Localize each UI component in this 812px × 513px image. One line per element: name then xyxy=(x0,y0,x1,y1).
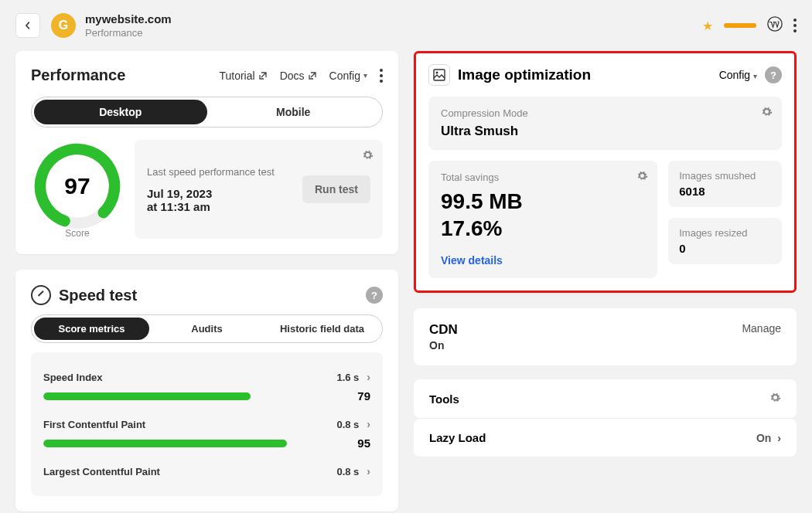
last-test-date: Jul 19, 2023 xyxy=(147,187,275,200)
performance-title: Performance xyxy=(31,66,125,84)
tab-desktop[interactable]: Desktop xyxy=(34,100,207,124)
images-resized-value: 0 xyxy=(679,242,771,255)
gear-icon[interactable] xyxy=(362,149,374,164)
card-more-icon[interactable] xyxy=(380,69,383,83)
metric-row[interactable]: Speed Index 1.6 s› 79 xyxy=(43,363,370,410)
image-icon xyxy=(428,64,450,86)
tutorial-link[interactable]: Tutorial xyxy=(219,70,267,82)
metric-row[interactable]: Largest Contentful Paint 0.8 s› xyxy=(43,457,370,485)
lazy-load-row[interactable]: Lazy Load On › xyxy=(414,418,797,457)
tab-audits[interactable]: Audits xyxy=(149,318,264,340)
site-name: mywebsite.com xyxy=(85,12,172,25)
site-avatar: G xyxy=(51,13,76,38)
chevron-right-icon: › xyxy=(777,432,781,444)
metric-name: First Contentful Paint xyxy=(43,419,145,430)
breadcrumb: Performance xyxy=(85,27,172,39)
tab-history[interactable]: Historic field data xyxy=(264,318,380,340)
chevron-right-icon: › xyxy=(367,465,370,477)
metric-row[interactable]: First Contentful Paint 0.8 s› 95 xyxy=(43,410,370,457)
back-button[interactable] xyxy=(15,13,40,38)
images-smushed-value: 6018 xyxy=(679,185,771,198)
speedometer-icon xyxy=(31,285,51,305)
savings-pct: 17.6% xyxy=(441,215,645,242)
help-icon[interactable]: ? xyxy=(366,287,383,304)
metric-name: Speed Index xyxy=(43,372,103,383)
score-gauge: 97 xyxy=(31,140,124,233)
config-dropdown[interactable]: Config ▾ xyxy=(329,70,367,82)
cdn-status: On xyxy=(429,339,458,352)
docs-link[interactable]: Docs xyxy=(280,70,317,82)
tools-title: Tools xyxy=(429,392,459,406)
metric-score: 95 xyxy=(357,437,370,450)
savings-label: Total savings xyxy=(441,172,645,183)
chevron-down-icon: ▾ xyxy=(363,71,367,80)
chevron-right-icon: › xyxy=(367,418,370,430)
lazy-load-value: On xyxy=(756,432,771,444)
svg-point-0 xyxy=(768,17,782,31)
metric-time: 1.6 s xyxy=(336,372,359,383)
image-optimization-title: Image optimization xyxy=(458,66,591,83)
svg-point-4 xyxy=(436,72,438,74)
images-resized-box: Images resized 0 xyxy=(668,218,782,264)
cdn-title: CDN xyxy=(429,322,458,338)
savings-mb: 99.5 MB xyxy=(441,188,645,215)
compression-mode-box: Compression Mode Ultra Smush xyxy=(428,97,782,150)
chevron-down-icon: ▾ xyxy=(753,72,757,80)
metrics-panel: Speed Index 1.6 s› 79 First Contentful P… xyxy=(31,352,383,496)
images-smushed-box: Images smushed 6018 xyxy=(668,161,782,207)
cdn-card: CDN On Manage xyxy=(414,308,797,365)
star-icon[interactable]: ★ xyxy=(702,19,713,33)
gear-icon[interactable] xyxy=(636,170,648,185)
metric-time: 0.8 s xyxy=(336,419,359,430)
run-test-button[interactable]: Run test xyxy=(302,175,370,203)
tab-score-metrics[interactable]: Score metrics xyxy=(34,318,149,340)
compression-mode-value: Ultra Smush xyxy=(441,124,769,139)
image-optimization-card: Image optimization Config ▾ ? Compressio… xyxy=(414,51,797,293)
cdn-manage-link[interactable]: Manage xyxy=(742,322,781,335)
device-tabs: Desktop Mobile xyxy=(31,97,383,127)
last-test-panel: Last speed performance test Jul 19, 2023… xyxy=(135,140,383,239)
compression-mode-label: Compression Mode xyxy=(441,107,769,119)
status-bar-icon xyxy=(724,23,756,28)
opt-config-dropdown[interactable]: Config ▾ xyxy=(719,69,757,81)
metric-time: 0.8 s xyxy=(336,466,359,477)
view-details-link[interactable]: View details xyxy=(441,254,503,267)
metric-name: Largest Contentful Paint xyxy=(43,466,160,477)
svg-rect-3 xyxy=(434,70,445,80)
last-test-label: Last speed performance test xyxy=(147,166,275,178)
speed-test-card: Speed test ? Score metrics Audits Histor… xyxy=(15,270,398,511)
site-info: mywebsite.com Performance xyxy=(85,12,172,39)
gear-icon[interactable] xyxy=(761,106,773,121)
score-value: 97 xyxy=(64,173,90,199)
total-savings-box: Total savings 99.5 MB 17.6% View details xyxy=(428,161,657,278)
tools-card: Tools xyxy=(414,379,797,418)
last-test-time: at 11:31 am xyxy=(147,200,275,213)
speed-tabs: Score metrics Audits Historic field data xyxy=(31,314,383,343)
speed-test-title: Speed test xyxy=(59,287,137,304)
lazy-load-title: Lazy Load xyxy=(429,431,486,444)
images-resized-label: Images resized xyxy=(679,227,771,239)
help-icon[interactable]: ? xyxy=(765,66,782,83)
wordpress-icon[interactable] xyxy=(767,16,783,35)
chevron-right-icon: › xyxy=(367,371,370,383)
performance-card: Performance Tutorial Docs Config ▾ Deskt… xyxy=(15,51,398,254)
gear-icon[interactable] xyxy=(769,392,781,406)
more-menu-icon[interactable] xyxy=(793,19,797,32)
images-smushed-label: Images smushed xyxy=(679,170,771,182)
page-header: G mywebsite.com Performance ★ xyxy=(0,0,812,51)
metric-score: 79 xyxy=(357,389,370,403)
tab-mobile[interactable]: Mobile xyxy=(207,100,380,124)
